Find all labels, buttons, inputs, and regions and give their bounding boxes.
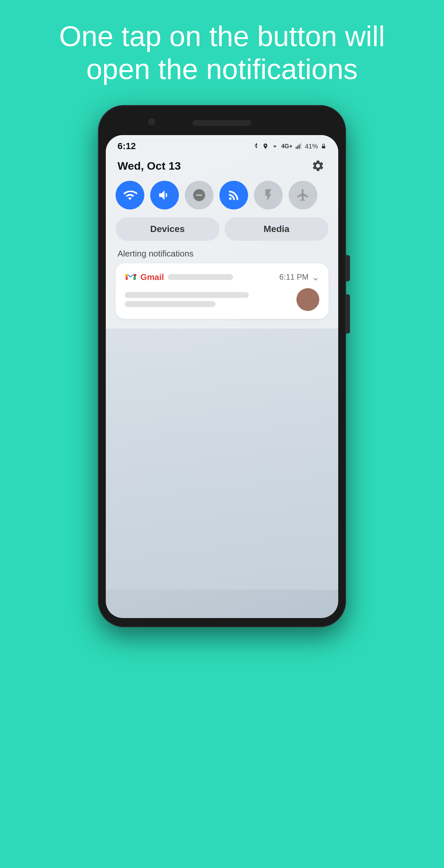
wifi-status-icon: [271, 143, 278, 150]
device-media-tabs: Devices Media: [116, 217, 328, 241]
phone-speaker: [193, 120, 251, 126]
notif-content-lines: [125, 292, 290, 307]
volume-buttons: [346, 294, 350, 334]
wifi-toggle[interactable]: [116, 181, 144, 210]
phone-screen: 6:12 4G+ 41%: [106, 135, 338, 618]
airplane-toggle[interactable]: [289, 181, 317, 210]
gmail-notification-card[interactable]: Gmail 6:11 PM ⌄: [116, 264, 328, 319]
headline-text: One tap on the button will open the noti…: [26, 0, 418, 98]
phone-outer-shell: 6:12 4G+ 41%: [98, 105, 346, 627]
notif-body: [125, 288, 319, 311]
notif-app-name: Gmail: [140, 272, 164, 282]
screen-bottom-area: [106, 329, 338, 590]
battery-percent: 41%: [305, 143, 318, 150]
dnd-toggle[interactable]: [185, 181, 213, 210]
signal-icon: [295, 143, 302, 150]
gmail-icon: [125, 271, 137, 283]
phone-camera: [148, 118, 155, 125]
notif-line-1: [125, 292, 249, 298]
status-icons: 4G+ 41%: [253, 143, 326, 150]
date-row: Wed, Oct 13: [116, 154, 328, 181]
notif-time: 6:11 PM: [279, 273, 308, 282]
network-type: 4G+: [281, 143, 293, 150]
torch-toggle[interactable]: [254, 181, 283, 210]
notification-panel: Wed, Oct 13: [106, 154, 338, 329]
quick-toggles: [116, 181, 328, 210]
phone-mockup: 6:12 4G+ 41%: [98, 105, 346, 627]
svg-rect-3: [299, 145, 300, 149]
location-icon: [262, 143, 269, 150]
notif-header: Gmail 6:11 PM ⌄: [125, 271, 319, 283]
svg-rect-4: [300, 143, 301, 149]
phone-notch: [106, 114, 338, 134]
alerting-label: Alerting notifications: [116, 249, 328, 259]
sender-avatar: [296, 288, 319, 311]
nearby-toggle[interactable]: [219, 181, 248, 210]
status-time: 6:12: [118, 141, 136, 151]
svg-rect-5: [322, 146, 325, 149]
notif-app-info: Gmail: [125, 271, 233, 283]
svg-rect-1: [296, 147, 297, 149]
lock-icon: [321, 143, 326, 149]
notif-line-2: [125, 301, 215, 307]
volume-toggle[interactable]: [150, 181, 179, 210]
power-button: [346, 255, 350, 281]
settings-button[interactable]: [309, 157, 326, 174]
devices-tab[interactable]: Devices: [116, 217, 219, 241]
bluetooth-icon: [253, 143, 260, 150]
status-bar: 6:12 4G+ 41%: [106, 135, 338, 154]
svg-rect-2: [297, 146, 298, 149]
expand-icon[interactable]: ⌄: [312, 272, 319, 283]
date-display: Wed, Oct 13: [118, 160, 181, 172]
notif-title-placeholder: [168, 274, 233, 280]
media-tab[interactable]: Media: [225, 217, 328, 241]
